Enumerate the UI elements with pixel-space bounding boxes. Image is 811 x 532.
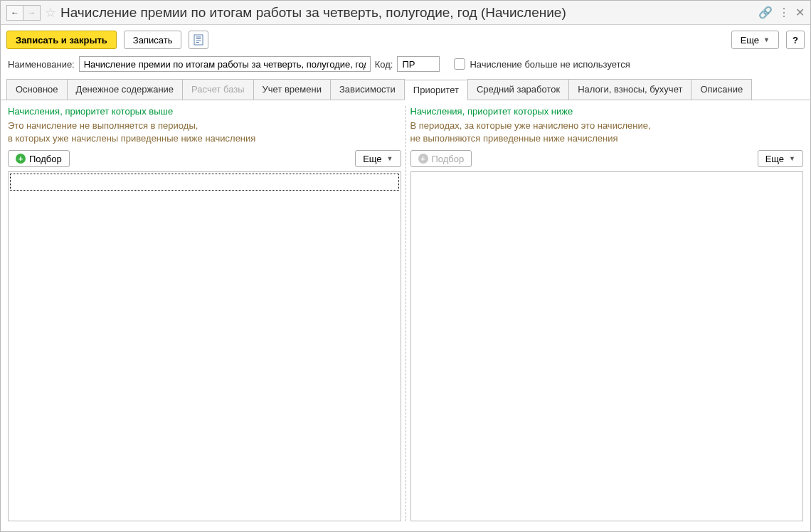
document-icon — [194, 34, 203, 46]
list-row-selected[interactable] — [10, 174, 399, 191]
higher-note-line1: Это начисление не выполняется в периоды, — [8, 119, 401, 132]
chevron-down-icon: ▼ — [763, 36, 770, 43]
save-and-close-button[interactable]: Записать и закрыть — [6, 31, 117, 49]
document-button[interactable] — [189, 31, 208, 49]
arrow-left-icon: ← — [11, 8, 19, 18]
tab-time[interactable]: Учет времени — [253, 79, 331, 100]
arrow-right-icon: → — [28, 8, 36, 18]
not-used-checkbox[interactable] — [454, 58, 465, 70]
tab-avg[interactable]: Средний заработок — [467, 79, 569, 100]
plus-icon: + — [418, 154, 428, 164]
pane-divider — [406, 106, 406, 521]
tab-basecalc[interactable]: Расчет базы — [182, 79, 254, 100]
nav-forward-button[interactable]: → — [23, 5, 41, 21]
tab-deps[interactable]: Зависимости — [330, 79, 405, 100]
main-toolbar: Записать и закрыть Записать Еще ▼ ? — [1, 25, 810, 56]
chevron-down-icon: ▼ — [789, 155, 795, 162]
higher-priority-pane: Начисления, приоритет которых выше Это н… — [8, 106, 401, 521]
higher-heading: Начисления, приоритет которых выше — [8, 106, 401, 117]
help-button[interactable]: ? — [786, 31, 805, 49]
close-icon[interactable]: ✕ — [795, 6, 805, 19]
lower-note: В периодах, за которые уже начислено это… — [410, 119, 804, 144]
code-label: Код: — [375, 59, 393, 70]
nav-back-button[interactable]: ← — [6, 5, 23, 21]
favorite-star-icon[interactable]: ☆ — [45, 5, 56, 21]
lower-more-label: Еще — [765, 154, 784, 164]
lower-note-line1: В периодах, за которые уже начислено это… — [410, 119, 804, 132]
tab-tax[interactable]: Налоги, взносы, бухучет — [568, 79, 691, 100]
more-label: Еще — [741, 35, 759, 46]
higher-list[interactable] — [8, 171, 401, 521]
code-input[interactable] — [397, 56, 440, 72]
tab-money[interactable]: Денежное содержание — [67, 79, 183, 100]
form-row: Наименование: Код: Начисление больше не … — [1, 56, 810, 79]
save-button[interactable]: Записать — [124, 31, 182, 49]
name-label: Наименование: — [8, 59, 75, 70]
lower-toolbar: + Подбор Еще ▼ — [410, 150, 804, 167]
svg-rect-0 — [194, 35, 203, 45]
plus-icon: + — [16, 154, 26, 164]
window-title: Начисление премии по итогам работы за че… — [60, 5, 758, 21]
tab-main[interactable]: Основное — [6, 79, 68, 100]
titlebar: ← → ☆ Начисление премии по итогам работы… — [1, 1, 810, 25]
priority-panes: Начисления, приоритет которых выше Это н… — [1, 100, 810, 528]
tab-desc[interactable]: Описание — [691, 79, 752, 100]
kebab-menu-icon[interactable]: ⋮ — [778, 6, 790, 19]
lower-pick-label: Подбор — [432, 154, 465, 164]
not-used-label: Начисление больше не используется — [470, 59, 630, 70]
higher-pick-button[interactable]: + Подбор — [8, 150, 70, 167]
tab-priority[interactable]: Приоритет — [404, 80, 468, 100]
tabs: Основное Денежное содержание Расчет базы… — [1, 79, 810, 100]
name-input[interactable] — [79, 56, 371, 72]
more-button[interactable]: Еще ▼ — [731, 31, 779, 49]
chevron-down-icon: ▼ — [387, 155, 393, 162]
lower-list[interactable] — [410, 171, 804, 521]
higher-note: Это начисление не выполняется в периоды,… — [8, 119, 401, 144]
higher-toolbar: + Подбор Еще ▼ — [8, 150, 401, 167]
link-icon[interactable]: 🔗 — [758, 6, 773, 19]
lower-pick-button[interactable]: + Подбор — [410, 150, 472, 167]
lower-note-line2: не выполняются приведенные ниже начислен… — [410, 132, 804, 145]
higher-more-button[interactable]: Еще ▼ — [355, 150, 401, 167]
lower-heading: Начисления, приоритет которых ниже — [410, 106, 804, 117]
higher-note-line2: в которых уже начислены приведенные ниже… — [8, 132, 401, 145]
lower-priority-pane: Начисления, приоритет которых ниже В пер… — [410, 106, 804, 521]
titlebar-right: 🔗 ⋮ ✕ — [758, 6, 805, 19]
higher-more-label: Еще — [363, 154, 381, 164]
lower-more-button[interactable]: Еще ▼ — [758, 150, 803, 167]
higher-pick-label: Подбор — [29, 154, 62, 164]
